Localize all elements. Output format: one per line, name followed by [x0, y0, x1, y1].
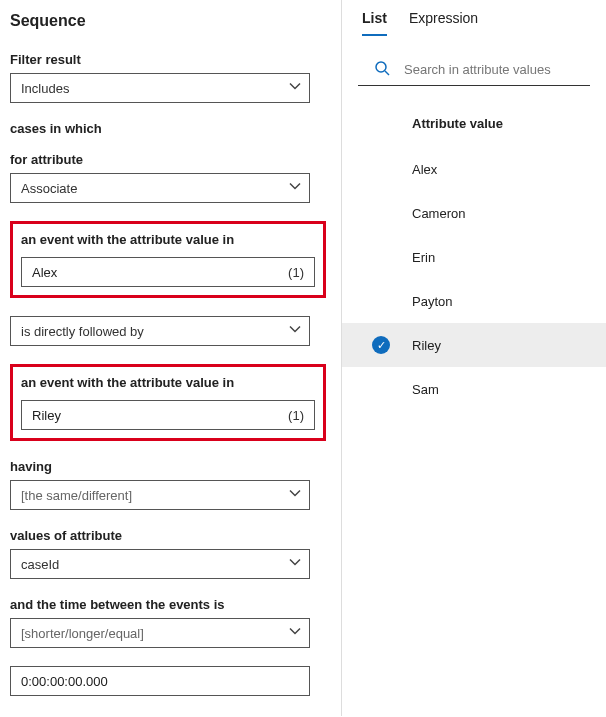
time-comparison-value: [shorter/longer/equal]: [21, 626, 144, 641]
svg-line-1: [385, 71, 389, 75]
having-select[interactable]: [the same/different]: [10, 480, 310, 510]
event2-count: (1): [288, 408, 304, 423]
event1-value-select[interactable]: Alex (1): [21, 257, 315, 287]
values-panel: List Expression Attribute value ✓Alex✓Ca…: [342, 0, 606, 716]
attribute-item-label: Payton: [412, 294, 452, 309]
tab-list[interactable]: List: [362, 8, 387, 36]
chevron-down-icon: [289, 324, 301, 339]
event2-value-select[interactable]: Riley (1): [21, 400, 315, 430]
tab-expression[interactable]: Expression: [409, 8, 478, 36]
tabs: List Expression: [342, 8, 606, 36]
attribute-item-label: Cameron: [412, 206, 465, 221]
time-comparison-select[interactable]: [shorter/longer/equal]: [10, 618, 310, 648]
attribute-item[interactable]: ✓Riley: [342, 323, 606, 367]
values-of-attribute-select[interactable]: caseId: [10, 549, 310, 579]
panel-title: Sequence: [10, 12, 331, 30]
attribute-item[interactable]: ✓Payton: [342, 279, 606, 323]
sequence-panel: Sequence Filter result Includes cases in…: [0, 0, 342, 716]
attribute-value-header: Attribute value: [342, 86, 606, 147]
search-input[interactable]: [402, 61, 574, 78]
attribute-item-label: Sam: [412, 382, 439, 397]
filter-result-select[interactable]: Includes: [10, 73, 310, 103]
values-of-attribute-value: caseId: [21, 557, 59, 572]
chevron-down-icon: [289, 557, 301, 572]
duration-input[interactable]: 0:00:00:00.000: [10, 666, 310, 696]
filter-result-value: Includes: [21, 81, 69, 96]
for-attribute-label: for attribute: [10, 152, 331, 167]
chevron-down-icon: [289, 488, 301, 503]
event2-highlight: an event with the attribute value in Ril…: [10, 364, 326, 441]
svg-point-0: [376, 62, 386, 72]
search-icon: [374, 60, 390, 79]
search-row: [358, 46, 590, 86]
chevron-down-icon: [289, 181, 301, 196]
attribute-item[interactable]: ✓Cameron: [342, 191, 606, 235]
check-icon: ✓: [372, 336, 390, 354]
cases-in-which-text: cases in which: [10, 121, 331, 136]
time-between-label: and the time between the events is: [10, 597, 331, 612]
attribute-item[interactable]: ✓Alex: [342, 147, 606, 191]
event2-label: an event with the attribute value in: [21, 375, 315, 390]
attribute-item-label: Erin: [412, 250, 435, 265]
relation-select[interactable]: is directly followed by: [10, 316, 310, 346]
relation-value: is directly followed by: [21, 324, 144, 339]
having-value: [the same/different]: [21, 488, 132, 503]
event1-value: Alex: [32, 265, 57, 280]
attribute-item-label: Alex: [412, 162, 437, 177]
chevron-down-icon: [289, 626, 301, 641]
attribute-item-label: Riley: [412, 338, 441, 353]
event1-label: an event with the attribute value in: [21, 232, 315, 247]
event1-highlight: an event with the attribute value in Ale…: [10, 221, 326, 298]
event2-value: Riley: [32, 408, 61, 423]
attribute-item[interactable]: ✓Erin: [342, 235, 606, 279]
for-attribute-select[interactable]: Associate: [10, 173, 310, 203]
event1-count: (1): [288, 265, 304, 280]
chevron-down-icon: [289, 81, 301, 96]
for-attribute-value: Associate: [21, 181, 77, 196]
filter-result-label: Filter result: [10, 52, 331, 67]
values-of-attribute-label: values of attribute: [10, 528, 331, 543]
having-label: having: [10, 459, 331, 474]
attribute-list: ✓Alex✓Cameron✓Erin✓Payton✓Riley✓Sam: [342, 147, 606, 411]
attribute-item[interactable]: ✓Sam: [342, 367, 606, 411]
duration-value: 0:00:00:00.000: [21, 674, 108, 689]
